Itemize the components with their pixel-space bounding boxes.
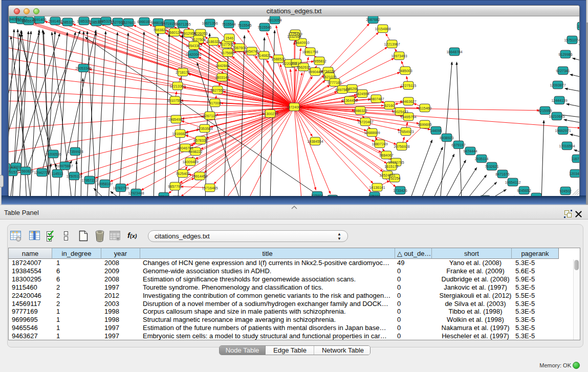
svg-text:18640910: 18640910 — [293, 41, 309, 45]
svg-text:14136141: 14136141 — [369, 186, 385, 189]
svg-text:10807487: 10807487 — [368, 97, 384, 101]
svg-text:114513: 114513 — [52, 172, 63, 176]
svg-text:15720407: 15720407 — [357, 120, 373, 124]
svg-text:72544: 72544 — [159, 195, 169, 196]
svg-text:24420046: 24420046 — [185, 53, 201, 56]
svg-text:14009489: 14009489 — [182, 160, 198, 164]
svg-text:9245653: 9245653 — [529, 195, 543, 196]
svg-text:9734028: 9734028 — [321, 70, 335, 73]
svg-text:20317: 20317 — [291, 61, 301, 65]
svg-text:10671355: 10671355 — [175, 23, 190, 26]
svg-text:2718176: 2718176 — [176, 71, 189, 74]
svg-text:1733426: 1733426 — [393, 189, 407, 192]
svg-text:1588520: 1588520 — [271, 57, 285, 61]
svg-text:10973493: 10973493 — [391, 54, 407, 58]
svg-text:5498222: 5498222 — [188, 150, 202, 154]
svg-text:2935114: 2935114 — [475, 157, 489, 161]
svg-text:975901: 975901 — [368, 194, 380, 196]
svg-text:12353584: 12353584 — [197, 127, 212, 130]
svg-text:13495754: 13495754 — [400, 115, 416, 119]
svg-text:8215955: 8215955 — [538, 109, 552, 113]
svg-text:7632621: 7632621 — [485, 165, 498, 168]
svg-text:1085325: 1085325 — [60, 20, 74, 24]
svg-text:19384554: 19384554 — [307, 140, 323, 143]
svg-text:19914459: 19914459 — [191, 174, 207, 178]
svg-text:815904: 815904 — [311, 194, 323, 196]
svg-text:2087682: 2087682 — [366, 18, 380, 21]
svg-text:16648784: 16648784 — [446, 50, 462, 54]
svg-text:9115460: 9115460 — [418, 106, 432, 110]
svg-text:6379197: 6379197 — [451, 143, 465, 147]
svg-text:12942737: 12942737 — [34, 171, 50, 174]
svg-text:8578332: 8578332 — [193, 139, 207, 142]
svg-text:19692971: 19692971 — [555, 129, 571, 133]
svg-text:16210645: 16210645 — [549, 115, 564, 118]
svg-text:7515545: 7515545 — [237, 24, 251, 27]
svg-text:11172: 11172 — [578, 25, 579, 28]
svg-text:21300275: 21300275 — [262, 112, 278, 116]
svg-text:10654112: 10654112 — [505, 181, 521, 184]
svg-text:120345: 120345 — [569, 172, 579, 176]
svg-text:17654923: 17654923 — [398, 130, 413, 134]
svg-text:10671356: 10671356 — [202, 21, 217, 25]
svg-text:3127509: 3127509 — [191, 38, 205, 41]
svg-text:9990448: 9990448 — [308, 70, 322, 74]
svg-text:144095: 144095 — [430, 129, 442, 133]
svg-text:19654983: 19654983 — [168, 118, 184, 121]
svg-text:9127505: 9127505 — [220, 42, 233, 46]
svg-text:15751074: 15751074 — [564, 38, 579, 42]
svg-text:9129986: 9129986 — [558, 53, 572, 56]
svg-text:18724007: 18724007 — [286, 105, 302, 109]
svg-text:10543362: 10543362 — [186, 44, 202, 48]
svg-text:12093877: 12093877 — [550, 83, 565, 87]
svg-text:7485003: 7485003 — [398, 69, 412, 73]
svg-text:252254: 252254 — [388, 177, 400, 180]
svg-text:19166825: 19166825 — [172, 132, 188, 136]
svg-text:19463627: 19463627 — [400, 100, 416, 103]
svg-text:3175685: 3175685 — [221, 51, 234, 55]
svg-text:1527603: 1527603 — [121, 21, 135, 25]
svg-text:9227341: 9227341 — [556, 69, 570, 73]
svg-text:1621075: 1621075 — [322, 75, 336, 79]
svg-text:8471676: 8471676 — [495, 172, 509, 176]
svg-text:10958107: 10958107 — [97, 182, 113, 186]
svg-text:1546: 1546 — [225, 36, 233, 40]
svg-text:924502: 924502 — [559, 189, 571, 193]
svg-text:1824554: 1824554 — [355, 92, 369, 96]
svg-text:17016504: 17016504 — [559, 144, 575, 148]
svg-text:21364456: 21364456 — [341, 99, 357, 102]
svg-text:10046788: 10046788 — [177, 146, 193, 150]
svg-text:2442848: 2442848 — [215, 64, 229, 68]
svg-text:17957223: 17957223 — [81, 179, 97, 182]
svg-text:10688609: 10688609 — [364, 131, 380, 135]
svg-text:10120785: 10120785 — [388, 161, 404, 164]
svg-text:2803144: 2803144 — [215, 76, 229, 79]
svg-text:12213363: 12213363 — [169, 84, 185, 88]
svg-text:12923448: 12923448 — [128, 191, 144, 195]
svg-text:9777169: 9777169 — [328, 81, 341, 84]
svg-text:3186323: 3186323 — [206, 40, 220, 43]
svg-text:917008: 917008 — [209, 101, 221, 105]
svg-text:20206536: 20206536 — [45, 152, 61, 156]
svg-text:39157: 39157 — [9, 170, 17, 174]
svg-text:9699695: 9699695 — [418, 123, 431, 126]
svg-text:1332554: 1332554 — [287, 35, 301, 38]
svg-text:8267110: 8267110 — [203, 114, 217, 118]
svg-text:9146821: 9146821 — [257, 54, 271, 57]
svg-text:1615172: 1615172 — [384, 165, 398, 168]
svg-text:7955812: 7955812 — [312, 59, 326, 63]
svg-text:12275115: 12275115 — [401, 84, 417, 87]
svg-text:18807249: 18807249 — [372, 142, 387, 146]
svg-text:7515546: 7515546 — [257, 26, 271, 29]
svg-text:16961758: 16961758 — [302, 50, 318, 54]
svg-text:20053346: 20053346 — [75, 67, 91, 70]
svg-text:746266: 746266 — [346, 87, 358, 91]
svg-text:2691406: 2691406 — [32, 18, 46, 21]
svg-text:10025433: 10025433 — [392, 110, 408, 114]
svg-text:12444139: 12444139 — [551, 99, 567, 102]
svg-text:9884067: 9884067 — [379, 154, 393, 157]
svg-text:7663822: 7663822 — [153, 28, 167, 32]
svg-text:20756928: 20756928 — [394, 145, 409, 148]
svg-text:9245652: 9245652 — [517, 189, 531, 192]
svg-text:8454749: 8454749 — [245, 50, 258, 53]
